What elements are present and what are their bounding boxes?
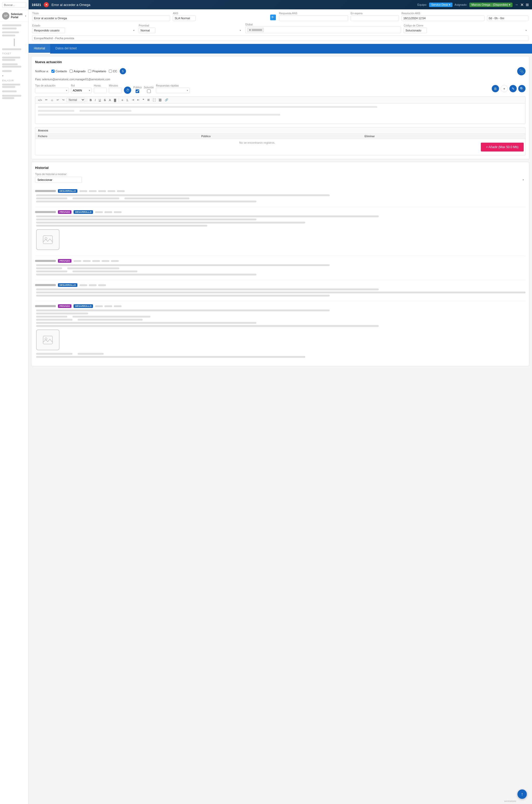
nueva-actuacion-section: Nueva actuación Notificar a: Contacto As… <box>31 56 529 159</box>
historial-section: Historial Tipos de historial a mostrar: … <box>31 162 529 366</box>
sidebar-item-1[interactable] <box>0 55 28 62</box>
grid-icon[interactable]: ⊞ <box>526 3 529 7</box>
rte-edit-btn[interactable]: ✏ <box>44 98 49 102</box>
entry-5-author <box>35 305 56 307</box>
contacto-label: Contacto <box>56 70 67 73</box>
rte-unordered-list-btn[interactable]: ≡ <box>120 98 124 102</box>
horas-input[interactable] <box>94 88 107 93</box>
scroll-top-button[interactable]: ↑ <box>517 789 527 799</box>
rte-color-btn[interactable]: A <box>108 98 112 102</box>
historial-filter-label: Tipos de historial a mostrar: <box>35 173 526 176</box>
rte-link-btn[interactable]: 🔗 <box>164 98 169 102</box>
sidebar-item-3[interactable] <box>0 69 28 73</box>
rte-area[interactable] <box>35 103 526 124</box>
global-tag: ✕ <box>247 28 264 32</box>
sidebar-expand[interactable]: ▾ <box>0 73 28 78</box>
rte-emoji-btn[interactable]: ☺ <box>50 98 55 102</box>
forward-arrow-icon[interactable]: → <box>515 3 518 7</box>
fecha-input[interactable] <box>32 35 528 41</box>
titulo-input[interactable] <box>32 15 170 21</box>
assign-label: Asignado: <box>455 3 467 6</box>
search-action-button[interactable]: 🔍 <box>518 85 526 92</box>
close-icon[interactable]: ✕ <box>249 29 251 32</box>
timer-button[interactable]: ⏱ <box>124 87 131 94</box>
topbar-x-btn[interactable]: ✕ <box>520 2 524 7</box>
rte-highlight-btn[interactable]: ▓ <box>113 98 117 102</box>
resolucion-ans-input[interactable] <box>402 15 484 21</box>
form-group-fecha <box>32 35 528 41</box>
attachment-button[interactable]: 📎 <box>517 67 526 75</box>
team-label: Equipo: <box>417 3 427 6</box>
cc-checkbox[interactable] <box>109 70 112 73</box>
sidebar-item-6[interactable] <box>0 94 28 100</box>
history-entry-4: DESARROLLO <box>35 280 526 301</box>
propietario-checkbox[interactable] <box>88 70 91 73</box>
topbar-close-btn[interactable]: ✕ <box>44 2 49 7</box>
global-container[interactable]: ✕ <box>245 26 401 33</box>
ticket-header-form: Título ANS SLA Normal 🔍 <box>28 10 532 44</box>
rte-redo-btn[interactable]: ↪ <box>61 98 65 102</box>
rte-outdent-btn[interactable]: ⇤ <box>136 98 140 102</box>
horas-label: Horas <box>94 84 107 87</box>
sidebar-user[interactable]: SP Selenium Portal ▾ <box>0 10 28 22</box>
contacto-checkbox[interactable] <box>52 70 55 73</box>
publico-checkbox[interactable] <box>136 89 139 93</box>
assign-badge[interactable]: Marcos Ortega - (Disponible) ▾ <box>469 3 513 7</box>
prioridad-select[interactable]: Normal <box>139 27 155 33</box>
rte-strikethrough-btn[interactable]: S <box>103 98 107 102</box>
rte-ordered-list-btn[interactable]: 1. <box>125 98 130 102</box>
topbar: 19321 ✕ Error al acceder a Omega Equipo:… <box>28 0 532 10</box>
sidebar-item-4[interactable] <box>0 82 28 89</box>
form-row-2: Estado Respondido usuario Prioridad Norm… <box>32 23 528 33</box>
form-row-1: Título ANS SLA Normal 🔍 <box>32 12 528 21</box>
rte-underline-btn[interactable]: U <box>98 98 102 102</box>
rte-source-btn[interactable]: </> <box>37 98 43 102</box>
tiempo-value: 0d - 0h - 0m <box>487 15 528 21</box>
historial-filter-select[interactable]: Seleccionar <box>35 177 82 183</box>
rte-blockquote-btn[interactable]: ❝ <box>141 98 145 102</box>
asignado-checkbox[interactable] <box>70 70 73 73</box>
rte-format-select[interactable]: Normal <box>66 98 85 102</box>
rte-fullscreen-btn[interactable]: ⛶ <box>152 98 157 102</box>
tab-datos[interactable]: Datos del ticket <box>50 44 82 54</box>
rte-bold-btn[interactable]: B <box>89 98 93 102</box>
add-attachment-button[interactable]: + Añadir (Max 50.0 Mb) <box>481 143 524 151</box>
solucion-checkbox[interactable] <box>147 89 151 93</box>
ans-search-button[interactable]: 🔍 <box>270 15 276 20</box>
entry-1-header: DESARROLLO <box>35 189 526 193</box>
global-input[interactable] <box>265 28 301 32</box>
sidebar-item-5[interactable] <box>0 89 28 94</box>
en-espera-input[interactable] <box>351 15 399 21</box>
respuesta-ans-input[interactable] <box>279 15 348 21</box>
bold-action-button[interactable]: B <box>492 85 499 92</box>
resolucion-ans-label: Resolución ANS <box>402 12 484 15</box>
solucion-group: Solución <box>144 86 154 93</box>
rte-table-btn[interactable]: ⊞ <box>146 98 151 102</box>
estado-select[interactable]: Respondido usuario <box>32 27 65 33</box>
rol-select[interactable]: ADMIN <box>71 88 92 93</box>
cierre-select[interactable]: Solucionado <box>404 27 427 33</box>
team-badge[interactable]: Service Desk ▾ <box>429 3 453 7</box>
edit-action-button[interactable]: ✎ <box>509 85 517 92</box>
attachments-empty-text: No se encontraron registros. <box>35 139 479 146</box>
nueva-actuacion-title: Nueva actuación <box>35 60 526 64</box>
expand-icon[interactable]: ▾ <box>25 15 26 17</box>
form-group-espera: En espera <box>351 12 399 21</box>
rte-indent-btn[interactable]: ⇥ <box>131 98 135 102</box>
respuesta-ans-label: Respuesta ANS <box>279 12 348 15</box>
rte-image-btn[interactable]: 🖼 <box>158 98 163 102</box>
sidebar-item-2[interactable] <box>0 62 28 69</box>
search-input[interactable] <box>2 2 26 8</box>
topbar-title: Error al acceder a Omega <box>52 3 415 7</box>
plus-action-button[interactable]: + <box>500 85 508 92</box>
attachments-add-area: + Añadir (Max 50.0 Mb) <box>479 139 525 155</box>
rte-italic-btn[interactable]: I <box>94 98 97 102</box>
ans-select[interactable]: SLA Normal <box>173 15 196 21</box>
propietario-label: Propietario <box>92 70 106 73</box>
entry-1-author <box>35 190 56 192</box>
tipo-actuacion-select[interactable] <box>35 88 69 93</box>
tab-historial[interactable]: Historial <box>28 44 50 54</box>
rte-undo-btn[interactable]: ↩ <box>56 98 60 102</box>
minutos-input[interactable] <box>109 88 122 93</box>
respuestas-rapidas-select[interactable] <box>156 88 190 93</box>
